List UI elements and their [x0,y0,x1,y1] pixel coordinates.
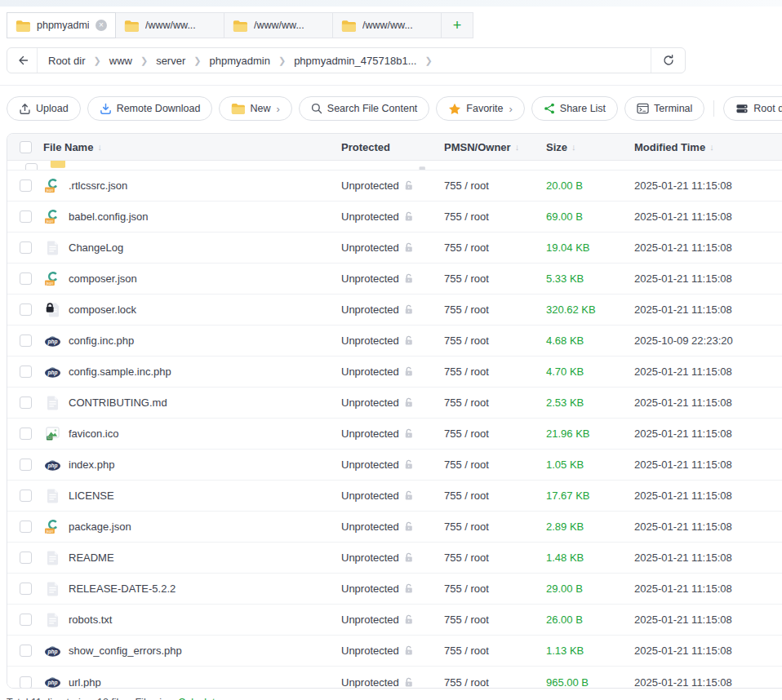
table-row[interactable]: json .rtlcssrc.json Unprotected 755 / ro… [7,171,782,202]
row-checkbox[interactable] [20,645,32,657]
row-checkbox[interactable] [20,272,32,285]
table-row[interactable]: ChangeLog Unprotected 755 / root 19.04 K… [7,233,782,264]
row-checkbox[interactable] [20,210,32,223]
table-row[interactable]: php config.inc.php Unprotected 755 / roo… [7,326,782,357]
file-name[interactable]: .rtlcssrc.json [69,179,127,192]
tab-www-3[interactable]: /www/ww... [332,12,442,38]
header-protected[interactable]: Protected [341,141,390,153]
refresh-button[interactable] [651,48,685,73]
file-size[interactable]: 19.04 KB [546,241,634,254]
breadcrumb-server[interactable]: server [156,55,185,67]
file-size[interactable]: 1.05 KB [546,459,634,471]
back-button[interactable] [7,48,38,73]
tab-phpmyadmin[interactable]: phpmyadmi... × [7,12,116,38]
file-name[interactable]: url.php [69,676,101,689]
remote-download-button[interactable]: Remote Download [87,96,213,121]
file-size[interactable]: 17.67 KB [546,490,634,502]
file-name[interactable]: babel.config.json [69,210,149,223]
search-file-content-button[interactable]: Search File Content [299,96,429,121]
table-row[interactable]: LICENSE Unprotected 755 / root 17.67 KB … [7,481,782,512]
file-size[interactable]: 1.48 KB [546,552,634,564]
file-name[interactable]: config.sample.inc.php [69,366,171,378]
file-size[interactable]: 21.96 KB [546,428,634,440]
table-row[interactable]: CONTRIBUTING.md Unprotected 755 / root 2… [7,388,782,419]
file-size[interactable]: 4.68 KB [546,334,634,347]
tab-www-2[interactable]: /www/ww... [224,12,333,38]
sort-desc-icon[interactable]: ↓ [515,142,520,152]
file-size[interactable]: 5.33 KB [546,272,634,285]
add-tab-button[interactable]: + [441,12,473,38]
file-name[interactable]: favicon.ico [69,428,118,440]
row-checkbox[interactable] [20,334,32,347]
row-checkbox[interactable] [20,459,32,471]
table-row[interactable]: json babel.config.json Unprotected 755 /… [7,202,782,233]
file-size[interactable]: 4.70 KB [546,366,634,378]
table-row[interactable]: RELEASE-DATE-5.2.2 Unprotected 755 / roo… [7,574,782,605]
terminal-button[interactable]: Terminal [624,96,704,121]
header-modified-time[interactable]: Modified Time [634,141,705,153]
table-row[interactable]: json composer.json Unprotected 755 / roo… [7,264,782,295]
file-name[interactable]: LICENSE [69,490,114,502]
row-checkbox[interactable] [20,179,32,192]
favorite-button[interactable]: Favorite › [436,96,525,121]
table-row[interactable]: README Unprotected 755 / root 1.48 KB 20… [7,543,782,574]
sort-desc-icon[interactable]: ↓ [709,142,714,152]
row-checkbox[interactable] [20,241,32,254]
row-checkbox[interactable] [20,366,32,378]
sort-desc-icon[interactable]: ↓ [571,142,576,152]
share-list-button[interactable]: Share List [531,96,618,121]
file-size[interactable]: 320.62 KB [546,303,634,316]
file-size[interactable]: 20.00 B [546,179,634,192]
row-checkbox[interactable] [20,428,32,440]
table-row[interactable]: php index.php Unprotected 755 / root 1.0… [7,450,782,481]
file-name[interactable]: RELEASE-DATE-5.2.2 [69,583,176,595]
file-name[interactable]: CONTRIBUTING.md [69,397,167,409]
upload-button[interactable]: Upload [7,96,81,121]
file-size[interactable]: 965.00 B [546,676,634,689]
table-row[interactable]: json package.json Unprotected 755 / root… [7,512,782,543]
row-checkbox[interactable] [20,521,32,533]
table-row[interactable]: robots.txt Unprotected 755 / root 26.00 … [7,605,782,636]
table-row[interactable]: php config.sample.inc.php Unprotected 75… [7,357,782,388]
header-file-name[interactable]: File Name [43,141,93,153]
table-row[interactable]: php url.php Unprotected 755 / root 965.0… [7,667,782,689]
file-size[interactable]: 69.00 B [546,210,634,223]
row-checkbox[interactable] [20,303,32,316]
row-checkbox[interactable] [20,490,32,502]
table-row-clipped-folder[interactable] [7,161,782,171]
file-name[interactable]: config.inc.php [69,334,134,347]
table-row[interactable]: composer.lock Unprotected 755 / root 320… [7,295,782,326]
row-checkbox[interactable] [20,676,32,689]
row-checkbox[interactable] [20,583,32,595]
row-checkbox[interactable] [20,397,32,409]
sort-desc-icon[interactable]: ↓ [97,142,102,152]
row-checkbox[interactable] [20,552,32,564]
breadcrumb-current-dir[interactable]: phpmyadmin_475718b1... [294,55,416,67]
row-checkbox[interactable] [25,163,38,171]
file-size[interactable]: 2.89 KB [546,521,634,533]
root-dir-button[interactable]: Root dir [723,96,782,121]
calculate-size-link[interactable]: Calculate [178,697,220,700]
header-pmsn-owner[interactable]: PMSN/Owner [444,141,511,153]
new-button[interactable]: New › [219,96,291,121]
breadcrumb-www[interactable]: www [109,55,132,67]
file-name[interactable]: package.json [69,521,131,533]
file-size[interactable]: 29.00 B [546,583,634,595]
file-size[interactable]: 1.13 KB [546,645,634,657]
breadcrumb-phpmyadmin[interactable]: phpmyadmin [209,55,269,67]
file-name[interactable]: composer.json [69,272,137,285]
file-name[interactable]: show_config_errors.php [69,645,182,657]
file-name[interactable]: README [69,552,114,564]
file-name[interactable]: composer.lock [69,303,136,316]
file-size[interactable]: 2.53 KB [546,397,634,409]
file-name[interactable]: index.php [69,459,114,471]
table-row[interactable]: ICO favicon.ico Unprotected 755 / root 2… [7,419,782,450]
select-all-checkbox[interactable] [20,141,32,153]
table-row[interactable]: php show_config_errors.php Unprotected 7… [7,636,782,667]
row-checkbox[interactable] [20,614,32,626]
close-icon[interactable]: × [96,20,107,31]
file-name[interactable]: robots.txt [69,614,112,626]
file-size[interactable]: 26.00 B [546,614,634,626]
file-name[interactable]: ChangeLog [69,241,123,254]
header-size[interactable]: Size [546,141,567,153]
